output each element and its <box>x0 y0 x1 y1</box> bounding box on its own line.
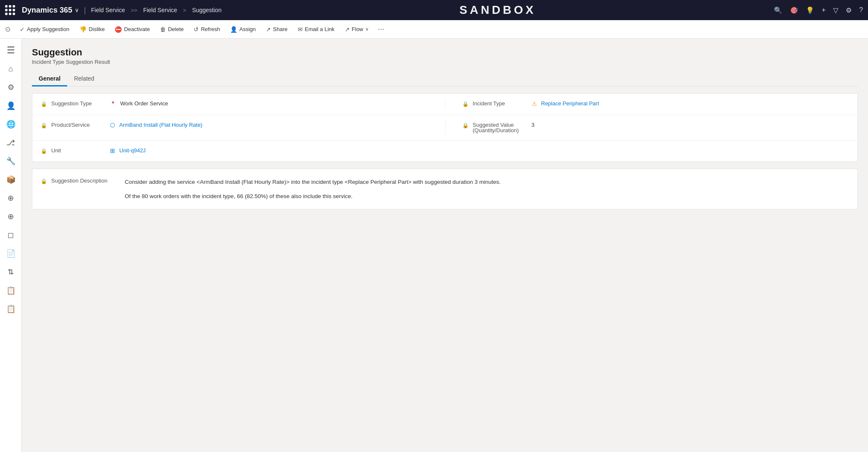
apply-icon: ✓ <box>20 26 25 33</box>
flow-button[interactable]: ↗ Flow ∨ <box>341 24 373 34</box>
nav-separator: | <box>84 6 86 15</box>
content-area: Suggestion Incident Type Suggestion Resu… <box>22 39 868 452</box>
deactivate-button[interactable]: ⛔ Deactivate <box>110 24 154 34</box>
suggested-value-lock-icon: 🔒 <box>462 123 469 128</box>
suggested-value-field: 🔒 Suggested Value (Quantity/Duration) 3 <box>445 120 850 135</box>
assign-label: Assign <box>239 26 256 32</box>
description-paragraph2: Of the 80 work orders with the incident … <box>125 192 849 201</box>
description-label-col: 🔒 Suggestion Description <box>41 178 116 184</box>
unit-link[interactable]: Unit-q942J <box>119 147 146 154</box>
sidebar-org-icon[interactable]: ⎇ <box>3 134 19 151</box>
tab-general[interactable]: General <box>32 72 67 86</box>
assign-icon: 👤 <box>230 26 237 33</box>
filter-icon[interactable]: ▽ <box>833 6 838 14</box>
sidebar-cube-icon[interactable]: ◻ <box>3 227 19 243</box>
sidebar-checklist2-icon[interactable]: 📋 <box>3 300 19 317</box>
form-row-2: 🔒 Product/Service ⬡ ArmBand Install (Fla… <box>32 115 858 141</box>
sandbox-title: SANDBOX <box>225 3 770 17</box>
sidebar-sort-icon[interactable]: ⇅ <box>3 264 19 280</box>
email-link-label: Email a Link <box>305 26 335 32</box>
sidebar-settings-icon[interactable]: ⚙ <box>3 79 19 96</box>
sidebar-user-icon[interactable]: 👤 <box>3 97 19 114</box>
add-icon[interactable]: + <box>822 6 826 14</box>
bulb-icon[interactable]: 💡 <box>806 6 814 14</box>
target-icon[interactable]: 🎯 <box>790 6 798 14</box>
email-icon: ✉ <box>298 26 303 33</box>
share-button[interactable]: ↗ Share <box>262 24 292 34</box>
deactivate-label: Deactivate <box>124 26 149 32</box>
flow-chevron-icon[interactable]: ∨ <box>365 26 369 32</box>
suggestion-type-label: Suggestion Type <box>51 100 106 107</box>
incident-type-warning-icon: ⚠ <box>532 100 537 107</box>
share-label: Share <box>273 26 288 32</box>
sidebar-stack2-icon[interactable]: ⊕ <box>3 208 19 225</box>
nav-expand-icon[interactable]: ⊙ <box>5 25 10 33</box>
sidebar-stack1-icon[interactable]: ⊕ <box>3 190 19 206</box>
form-row-3: 🔒 Unit ⊞ Unit-q942J <box>32 141 858 162</box>
sidebar-doc-icon[interactable]: 📄 <box>3 245 19 262</box>
suggestion-type-value: Work Order Service <box>120 100 168 107</box>
unit-field: 🔒 Unit ⊞ Unit-q942J <box>41 146 849 156</box>
sidebar-menu-toggle[interactable]: ☰ <box>3 42 19 59</box>
description-content: Consider adding the service <ArmBand Ins… <box>125 178 849 201</box>
description-label: Suggestion Description <box>51 178 108 184</box>
incident-type-link[interactable]: Replace Peripheral Part <box>541 100 599 107</box>
delete-icon: 🗑 <box>160 26 166 33</box>
incident-type-label: Incident Type <box>473 100 527 107</box>
sidebar-globe-icon[interactable]: 🌐 <box>3 116 19 133</box>
sidebar-package-icon[interactable]: 📦 <box>3 171 19 188</box>
suggested-value-label2: (Quantity/Duration) <box>473 127 527 133</box>
description-card: 🔒 Suggestion Description Consider adding… <box>32 169 858 209</box>
refresh-button[interactable]: ↺ Refresh <box>189 24 224 34</box>
suggestion-type-field: 🔒 Suggestion Type * Work Order Service <box>41 99 445 110</box>
flow-label: Flow <box>352 26 363 32</box>
apply-suggestion-button[interactable]: ✓ Apply Suggestion <box>16 24 73 34</box>
email-link-button[interactable]: ✉ Email a Link <box>294 24 339 34</box>
flow-icon: ↗ <box>345 26 350 33</box>
breadcrumb-sep2: > <box>183 7 186 13</box>
dislike-icon: 👎 <box>79 26 87 33</box>
page-title: Suggestion <box>32 47 858 58</box>
breadcrumb-module2[interactable]: Field Service <box>143 7 177 13</box>
command-bar: ⊙ ✓ Apply Suggestion 👎 Dislike ⛔ Deactiv… <box>0 20 868 39</box>
unit-lock-icon: 🔒 <box>41 148 47 154</box>
tab-related[interactable]: Related <box>67 72 101 86</box>
page-header: Suggestion Incident Type Suggestion Resu… <box>32 47 858 65</box>
product-service-label: Product/Service <box>51 122 106 128</box>
dynamics-label: Dynamics 365 <box>22 6 72 15</box>
form-card: 🔒 Suggestion Type * Work Order Service 🔒… <box>32 93 858 162</box>
search-icon[interactable]: 🔍 <box>774 6 782 14</box>
top-nav-icons: 🔍 🎯 💡 + ▽ ⚙ ? <box>774 6 863 14</box>
module-label[interactable]: Field Service <box>91 7 125 13</box>
product-service-link[interactable]: ArmBand Install (Flat Hourly Rate) <box>119 122 202 128</box>
description-row: 🔒 Suggestion Description Consider adding… <box>32 169 858 209</box>
unit-label: Unit <box>51 147 106 154</box>
main-layout: ☰ ⌂ ⚙ 👤 🌐 ⎇ 🔧 📦 ⊕ ⊕ ◻ 📄 ⇅ 📋 📋 Suggestion… <box>0 39 868 452</box>
settings-icon[interactable]: ⚙ <box>846 6 852 14</box>
suggestion-type-lock-icon: 🔒 <box>41 101 47 107</box>
share-icon: ↗ <box>266 26 271 33</box>
sidebar-home-icon[interactable]: ⌂ <box>3 60 19 77</box>
product-cube-icon: ⬡ <box>110 122 115 128</box>
sidebar-wrench-icon[interactable]: 🔧 <box>3 153 19 170</box>
apply-suggestion-label: Apply Suggestion <box>27 26 69 32</box>
brand-chevron[interactable]: ∨ <box>75 7 79 13</box>
top-nav: Dynamics 365 ∨ | Field Service >> Field … <box>0 0 868 20</box>
description-lock-icon: 🔒 <box>41 178 47 184</box>
apps-grid[interactable] <box>5 5 15 15</box>
unit-grid-icon: ⊞ <box>110 147 115 154</box>
description-paragraph1: Consider adding the service <ArmBand Ins… <box>125 178 849 187</box>
more-options-button[interactable]: ··· <box>375 23 388 35</box>
help-icon[interactable]: ? <box>859 6 863 14</box>
form-row-1: 🔒 Suggestion Type * Work Order Service 🔒… <box>32 94 858 115</box>
required-asterisk: * <box>112 100 114 108</box>
brand-title[interactable]: Dynamics 365 ∨ <box>22 6 79 15</box>
dislike-button[interactable]: 👎 Dislike <box>75 24 109 34</box>
tabs: General Related <box>32 72 858 86</box>
delete-button[interactable]: 🗑 Delete <box>156 24 188 34</box>
sidebar-checklist1-icon[interactable]: 📋 <box>3 282 19 299</box>
suggested-value-number: 3 <box>532 122 535 128</box>
refresh-icon: ↺ <box>194 26 199 33</box>
assign-button[interactable]: 👤 Assign <box>226 24 260 34</box>
delete-label: Delete <box>168 26 184 32</box>
